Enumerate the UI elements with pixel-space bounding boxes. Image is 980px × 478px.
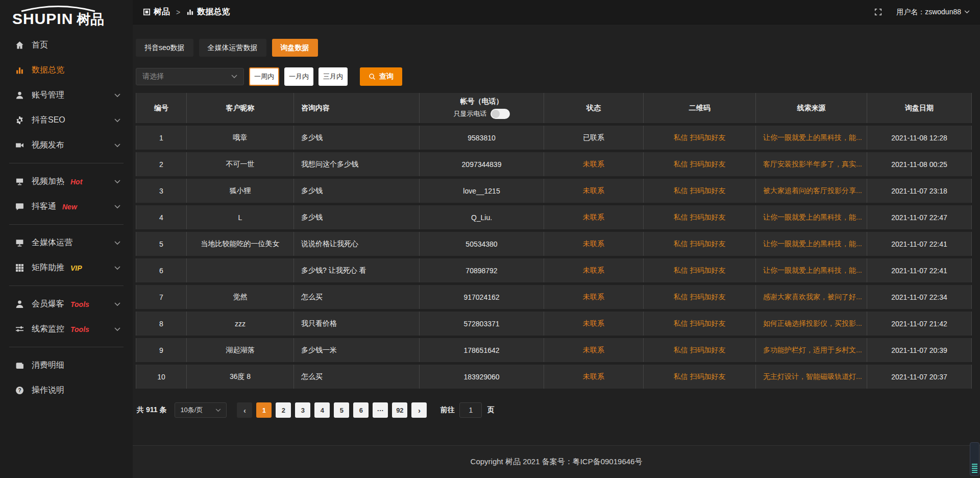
cell-content: 我只看价格 [294, 312, 420, 336]
cell-source-link[interactable]: 让你一眼就爱上的黑科技，能... [756, 205, 867, 229]
page-button[interactable]: ··· [373, 402, 388, 418]
page-button[interactable]: 5 [334, 402, 349, 418]
cell-source-link[interactable]: 让你一眼就爱上的黑科技，能... [756, 126, 867, 150]
cell-source-link[interactable]: 多功能护栏灯，适用于乡村文... [756, 338, 867, 362]
tab[interactable]: 全媒体运营数据 [199, 39, 266, 57]
logo[interactable]: SHUPIN 树品 [0, 0, 133, 32]
cell-id: 4 [136, 205, 187, 229]
cell-account: Q_Liu. [420, 205, 544, 229]
cell-qr-link[interactable]: 私信 扫码加好友 [644, 258, 756, 282]
range-button[interactable]: 一周内 [249, 67, 279, 86]
sidebar-item[interactable]: 线索监控 Tools [0, 317, 133, 342]
sidebar-item[interactable]: 抖音SEO [0, 108, 133, 133]
sidebar-item[interactable]: ? 操作说明 [0, 378, 133, 403]
next-page-button[interactable]: › [411, 402, 427, 418]
home-icon [15, 41, 24, 50]
cell-content: 多少钱 [294, 126, 420, 150]
logo-text-en: SHUPIN [12, 10, 73, 28]
range-button[interactable]: 一月内 [284, 67, 313, 86]
sidebar-item[interactable]: 消费明细 [0, 353, 133, 378]
table-row: 8 zzz 我只看价格 572803371 未联系 私信 扫码加好友 如何正确选… [136, 312, 972, 338]
cell-qr-link[interactable]: 私信 扫码加好友 [644, 232, 756, 256]
page-button[interactable]: 92 [392, 402, 407, 418]
cell-qr-link[interactable]: 私信 扫码加好友 [644, 312, 756, 336]
cell-qr-link[interactable]: 私信 扫码加好友 [644, 179, 756, 203]
wallet-icon [15, 361, 24, 370]
cell-account: 50534380 [420, 232, 544, 256]
filter-select[interactable]: 请选择 [136, 68, 244, 85]
cell-date: 2021-11-07 22:47 [867, 205, 972, 229]
cell-status: 未联系 [544, 285, 644, 309]
sidebar-item-label: 视频发布 [32, 140, 64, 151]
page-buttons: 123456···92 [256, 402, 411, 418]
cell-source-link[interactable]: 让你一眼就爱上的黑科技，能... [756, 258, 867, 282]
sidebar-divider [9, 163, 124, 163]
cell-account: 917024162 [420, 285, 544, 309]
cell-source-link[interactable]: 客厅安装投影半年多了，真实... [756, 152, 867, 176]
user-icon [15, 91, 24, 100]
header-qr: 二维码 [644, 93, 756, 123]
sidebar-item[interactable]: 矩阵助推 VIP [0, 255, 133, 280]
cell-account: 183929060 [420, 365, 544, 389]
cell-date: 2021-11-07 20:37 [867, 365, 972, 389]
cell-id: 2 [136, 152, 187, 176]
tab[interactable]: 抖音seo数据 [136, 39, 193, 57]
cell-qr-link[interactable]: 私信 扫码加好友 [644, 338, 756, 362]
phone-only-toggle[interactable] [491, 109, 510, 119]
cell-qr-link[interactable]: 私信 扫码加好友 [644, 152, 756, 176]
range-button-label: 三月内 [323, 72, 343, 81]
cell-source-link[interactable]: 如何正确选择投影仪，买投影... [756, 312, 867, 336]
breadcrumb-root[interactable]: 树品 [154, 7, 170, 17]
page-button[interactable]: 2 [276, 402, 291, 418]
page-size-select[interactable]: 10条/页 [175, 402, 227, 418]
fullscreen-icon[interactable] [874, 8, 882, 16]
data-tabs: 抖音seo数据 全媒体运营数据 询盘数据 [136, 39, 318, 57]
cell-status: 未联系 [544, 205, 644, 229]
cell-qr-link[interactable]: 私信 扫码加好友 [644, 205, 756, 229]
cell-source-link[interactable]: 被大家追着问的客厅投影分享... [756, 179, 867, 203]
cell-qr-link[interactable]: 私信 扫码加好友 [644, 126, 756, 150]
cell-status: 已联系 [544, 126, 644, 150]
sidebar-item[interactable]: 视频发布 [0, 133, 133, 158]
page-button[interactable]: 1 [256, 402, 272, 418]
page-button[interactable]: 4 [314, 402, 330, 418]
sidebar-divider [9, 285, 124, 286]
range-button[interactable]: 三月内 [318, 67, 348, 86]
chevron-down-icon [231, 75, 237, 79]
range-buttons: 一周内 一月内 三月内 [244, 67, 348, 86]
cell-source-link[interactable]: 无主灯设计，智能磁吸轨道灯... [756, 365, 867, 389]
sidebar-item[interactable]: 视频加热 Hot [0, 169, 133, 194]
sidebar-item[interactable]: 抖客通 New [0, 194, 133, 219]
table-row: 1 哦章 多少钱 9583810 已联系 私信 扫码加好友 让你一眼就爱上的黑科… [136, 126, 972, 152]
page-size-value: 10条/页 [180, 405, 203, 415]
chevron-down-icon [114, 118, 120, 123]
tab[interactable]: 询盘数据 [272, 39, 318, 57]
sidebar-item[interactable]: 首页 [0, 33, 133, 58]
user-menu[interactable]: 用户名：zswodun88 [896, 8, 970, 17]
sidebar-item[interactable]: 数据总览 [0, 58, 133, 83]
breadcrumb: 树品 > 数据总览 [143, 7, 230, 17]
cell-source-link[interactable]: 感谢大家喜欢我家，被问了好... [756, 285, 867, 309]
page-button[interactable]: 3 [295, 402, 310, 418]
cell-source-link[interactable]: 让你一眼就爱上的黑科技，能... [756, 232, 867, 256]
sidebar-item[interactable]: 账号管理 [0, 83, 133, 108]
cell-account: 178651642 [420, 338, 544, 362]
sliders-icon [15, 325, 24, 334]
sidebar-item[interactable]: 全媒体运营 [0, 230, 133, 255]
query-button[interactable]: 查询 [360, 67, 402, 86]
table-row: 4 L 多少钱 Q_Liu. 未联系 私信 扫码加好友 让你一眼就爱上的黑科技，… [136, 205, 972, 232]
table-header-row: 编号 客户昵称 咨询内容 帐号（电话） 只显示电话 状态 二维码 线索来源 询盘… [136, 93, 972, 126]
page-button[interactable]: 6 [353, 402, 369, 418]
cell-id: 9 [136, 338, 187, 362]
cell-status: 未联系 [544, 258, 644, 282]
cell-qr-link[interactable]: 私信 扫码加好友 [644, 365, 756, 389]
cell-account: 70898792 [420, 258, 544, 282]
table-row: 5 当地比较能吃的一位美女 说说价格让我死心 50534380 未联系 私信 扫… [136, 232, 972, 258]
sidebar-item[interactable]: 会员爆客 Tools [0, 292, 133, 317]
cell-nickname: 当地比较能吃的一位美女 [187, 232, 294, 256]
heat-screen-icon [15, 177, 24, 186]
goto-page-input[interactable] [459, 402, 482, 418]
prev-page-button[interactable]: ‹ [237, 402, 252, 418]
cell-qr-link[interactable]: 私信 扫码加好友 [644, 285, 756, 309]
floating-widget[interactable] [970, 442, 979, 476]
